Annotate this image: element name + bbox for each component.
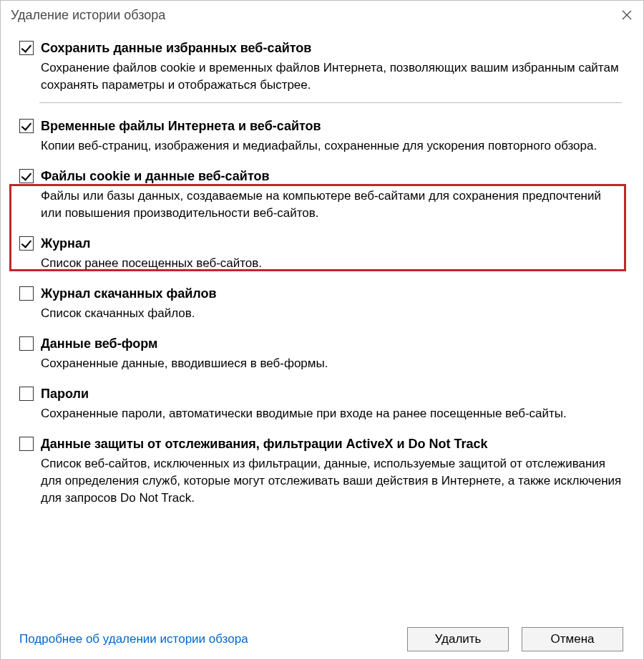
option-desc: Сохраненные пароли, автоматически вводим… [41,405,625,422]
option-desc: Копии веб-страниц, изображения и медиафа… [41,137,625,155]
option-label: Временные файлы Интернета и веб-сайтов [41,117,321,135]
checkbox-form-data[interactable] [19,336,34,351]
checkbox-history[interactable] [19,236,34,251]
titlebar: Удаление истории обзора [1,1,643,29]
delete-history-dialog: Удаление истории обзора Сохранить данные… [0,0,644,660]
option-label: Данные веб-форм [41,335,157,352]
checkbox-temp-files[interactable] [19,119,34,133]
divider [39,102,622,103]
option-label: Журнал [41,235,90,252]
more-info-link[interactable]: Подробнее об удалении истории обзора [19,632,248,646]
option-label: Данные защиты от отслеживания, фильтраци… [41,435,488,452]
checkbox-tracking-protection[interactable] [19,437,34,451]
button-group: Удалить Отмена [407,627,623,651]
option-download-history: Журнал скачанных файлов Список скачанных… [19,285,625,322]
option-temp-files: Временные файлы Интернета и веб-сайтов К… [19,117,625,155]
option-desc: Сохранение файлов cookie и временных фай… [41,59,625,94]
close-button[interactable] [610,1,643,29]
option-desc: Файлы или базы данных, создаваемые на ко… [41,188,625,222]
option-history: Журнал Список ранее посещенных веб-сайто… [19,235,625,272]
option-desc: Сохраненные данные, вводившиеся в веб-фо… [41,355,625,372]
option-tracking-protection: Данные защиты от отслеживания, фильтраци… [19,435,625,507]
option-cookies: Файлы cookie и данные веб-сайтов Файлы и… [19,168,625,222]
option-passwords: Пароли Сохраненные пароли, автоматически… [19,385,625,422]
dialog-content: Сохранить данные избранных веб-сайтов Со… [1,29,643,507]
checkbox-preserve-favorites[interactable] [19,41,34,55]
option-label: Пароли [41,385,89,402]
option-desc: Список ранее посещенных веб-сайтов. [41,255,625,272]
option-label: Журнал скачанных файлов [41,285,217,302]
option-desc: Список веб-сайтов, исключенных из фильтр… [41,455,625,507]
close-icon [622,10,632,20]
option-label: Файлы cookie и данные веб-сайтов [41,168,270,185]
checkbox-cookies[interactable] [19,169,34,183]
checkbox-passwords[interactable] [19,387,34,401]
option-form-data: Данные веб-форм Сохраненные данные, ввод… [19,335,625,372]
cancel-button[interactable]: Отмена [522,627,623,651]
window-title: Удаление истории обзора [11,8,165,23]
option-preserve-favorites: Сохранить данные избранных веб-сайтов Со… [19,39,625,94]
option-label: Сохранить данные избранных веб-сайтов [41,39,311,57]
dialog-footer: Подробнее об удалении истории обзора Уда… [1,619,643,659]
delete-button[interactable]: Удалить [407,627,509,651]
option-desc: Список скачанных файлов. [41,305,625,322]
checkbox-download-history[interactable] [19,286,34,301]
